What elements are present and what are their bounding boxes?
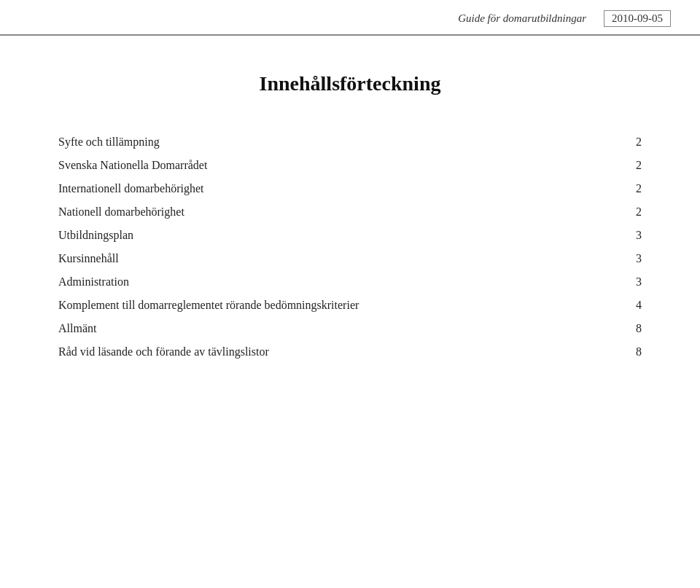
toc-item-page: 8 xyxy=(627,345,642,358)
toc-item-page: 2 xyxy=(627,136,642,149)
toc-item-label: Utbildningsplan xyxy=(58,229,133,242)
toc-item-page: 2 xyxy=(627,159,642,172)
toc-item-page: 4 xyxy=(627,299,642,312)
toc-row: Utbildningsplan3 xyxy=(58,224,642,247)
toc-item-label: Nationell domarbehörighet xyxy=(58,205,184,219)
toc-row: Internationell domarbehörighet2 xyxy=(58,177,642,200)
toc-row: Allmänt8 xyxy=(58,317,642,340)
toc-row: Komplement till domarreglementet rörande… xyxy=(58,294,642,317)
toc-row: Syfte och tillämpning2 xyxy=(58,130,642,154)
toc-row: Kursinnehåll3 xyxy=(58,247,642,270)
toc-row: Råd vid läsande och förande av tävlingsl… xyxy=(58,340,642,364)
page: Guide för domarutbildningar 2010-09-05 I… xyxy=(0,0,700,588)
toc-row: Nationell domarbehörighet2 xyxy=(58,200,642,224)
toc-item-page: 2 xyxy=(627,182,642,195)
toc-heading: Innehållsförteckning xyxy=(58,72,642,95)
toc-item-label: Komplement till domarreglementet rörande… xyxy=(58,299,359,312)
toc-item-label: Syfte och tillämpning xyxy=(58,136,160,149)
toc-item-page: 2 xyxy=(627,205,642,219)
toc-item-label: Allmänt xyxy=(58,322,96,335)
toc-item-page: 3 xyxy=(627,275,642,289)
toc-item-label: Svenska Nationella Domarrådet xyxy=(58,159,207,172)
toc-item-page: 3 xyxy=(627,229,642,242)
toc-row: Administration3 xyxy=(58,270,642,294)
toc-table: Syfte och tillämpning2Svenska Nationella… xyxy=(58,130,642,364)
toc-item-label: Råd vid läsande och förande av tävlingsl… xyxy=(58,345,269,358)
header-title: Guide för domarutbildningar xyxy=(458,12,586,25)
toc-item-label: Administration xyxy=(58,275,129,289)
toc-item-page: 8 xyxy=(627,322,642,335)
header-date: 2010-09-05 xyxy=(604,10,671,27)
header: Guide för domarutbildningar 2010-09-05 xyxy=(0,0,700,36)
toc-item-label: Internationell domarbehörighet xyxy=(58,182,203,195)
toc-row: Svenska Nationella Domarrådet2 xyxy=(58,154,642,177)
toc-item-label: Kursinnehåll xyxy=(58,252,119,265)
toc-item-page: 3 xyxy=(627,252,642,265)
main-content: Innehållsförteckning Syfte och tillämpni… xyxy=(0,36,700,393)
